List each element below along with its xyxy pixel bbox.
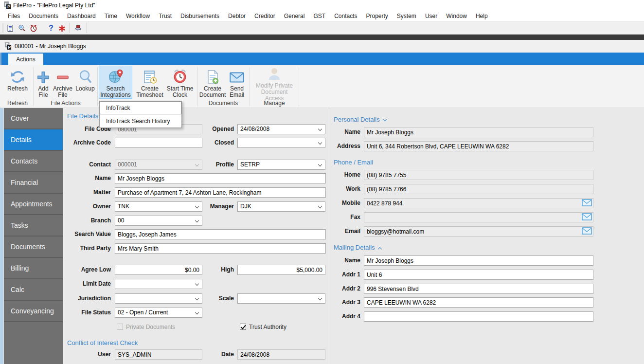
ribbon-group-file-actions: File Actions [35,100,97,107]
file-window-titlebar: FP 080001 - Mr Joseph Bloggs [0,40,644,53]
svg-text:P: P [8,45,11,50]
menu-general[interactable]: General [280,12,309,20]
sms-envelope-icon[interactable] [582,199,592,207]
toolbar-separator [87,23,87,33]
third-party-field[interactable] [115,243,326,254]
menu-workflow[interactable]: Workflow [122,12,154,20]
menu-item-infotrack[interactable]: InfoTrack [100,101,181,114]
lookup-button[interactable]: Lookup [73,66,97,98]
window-edge-strip [0,108,3,364]
file-search-icon[interactable] [18,24,26,33]
filepro-file-icon: FP [4,42,12,50]
mailing-addr2-field[interactable] [364,284,593,294]
menu-trust[interactable]: Trust [154,12,176,20]
mailing-name-field[interactable] [364,255,593,266]
menu-window[interactable]: Window [442,12,471,20]
contact-label: Contact [43,160,111,170]
branch-combo[interactable]: 00 [115,216,202,226]
lookup-icon [77,66,93,85]
menu-dashboard[interactable]: Dashboard [63,12,100,20]
private-documents-checkbox [117,324,123,330]
menu-time[interactable]: Time [100,12,122,20]
personal-address-field [364,141,593,151]
create-timesheet-button[interactable]: Create Timesheet [135,66,165,98]
add-file-button[interactable]: Add File [35,66,52,98]
menu-disbursements[interactable]: Disbursements [176,12,224,20]
create-timesheet-icon [142,66,158,85]
toolbar-separator [70,23,70,33]
chevron-down-icon [318,163,322,166]
refresh-button[interactable]: Refresh [4,66,31,98]
chevron-up-icon [377,247,381,251]
mailing-addr1-field[interactable] [364,270,593,280]
archive-file-button[interactable]: Archive File [52,66,73,98]
help-icon[interactable]: ? [47,24,55,33]
start-time-clock-button[interactable]: Start Time Clock [166,66,194,98]
search-integrations-button[interactable]: Search Integrations [99,66,132,98]
mailing-addr3-field[interactable] [364,297,593,308]
menu-system[interactable]: System [393,12,421,20]
trust-authority-checkbox[interactable] [240,324,246,330]
menu-property[interactable]: Property [362,12,393,20]
menu-debtor[interactable]: Debtor [224,12,250,20]
svg-text:P: P [7,4,10,9]
phone-mobile-label: Mobile [304,198,360,208]
file-window-title: 080001 - Mr Joseph Bloggs [15,43,86,50]
mdi-background-band [0,35,644,40]
phone-home-field [364,170,593,180]
notes-icon[interactable] [6,24,15,33]
email-envelope-icon[interactable] [582,227,592,235]
send-email-button[interactable]: Send Email [227,66,247,98]
scale-label: Scale [166,293,234,304]
file-status-combo[interactable]: 02 - Open / Current [115,308,202,318]
toolbar: ? [0,21,644,35]
section-conflict-of-interest: Conflict of Interest Check [67,339,138,346]
ribbon-separator [250,67,250,106]
jurisdiction-label: Jurisdiction [43,293,111,304]
add-file-icon [36,66,51,85]
phone-mobile-field [364,198,593,208]
profile-combo[interactable]: SETRP [237,160,325,170]
alarm-clock-icon[interactable] [29,24,38,33]
personal-address-label: Address [304,141,360,151]
menu-help[interactable]: Help [471,12,492,20]
search-value-field[interactable] [115,229,326,239]
menu-item-infotrack-search-history[interactable]: InfoTrack Search History [100,114,181,127]
start-time-clock-icon [172,66,188,85]
person-icon [267,66,282,82]
menu-files[interactable]: Files [3,12,24,20]
app-title: FilePro - "FilePro Legal Pty Ltd" [13,2,95,9]
create-document-button[interactable]: Create Document [199,66,226,98]
ribbon-separator [197,67,198,106]
name-label: Name [43,173,111,183]
print-send-icon[interactable] [73,24,82,33]
menu-gst[interactable]: GST [309,12,330,20]
archive-file-icon [55,66,70,85]
third-party-label: Third Party [43,243,111,254]
limit-date-combo[interactable] [115,279,202,289]
ribbon-separator [33,67,34,106]
mailing-addr3-label: Addr 3 [304,297,360,308]
closed-label: Closed [166,138,234,148]
ribbon-group-refresh: Refresh [4,100,31,107]
branch-label: Branch [43,216,111,226]
cancel-icon[interactable] [57,24,66,33]
search-integrations-menu: InfoTrack InfoTrack Search History [99,101,182,128]
mailing-addr4-field[interactable] [364,311,593,322]
personal-name-field [364,127,593,137]
section-mailing-details[interactable]: Mailing Details [334,244,381,251]
menu-creditor[interactable]: Creditor [250,12,280,20]
ribbon-separator [299,67,299,106]
matter-field[interactable] [115,187,326,198]
section-personal-details[interactable]: Personal Details [334,116,386,123]
tab-actions[interactable]: Actions [8,54,43,65]
name-field[interactable] [115,173,326,183]
menu-documents[interactable]: Documents [24,12,63,20]
menu-contacts[interactable]: Contacts [330,12,361,20]
fax-envelope-icon[interactable] [582,213,592,221]
menu-user[interactable]: User [421,12,442,20]
ribbon-group-documents: Documents [199,100,247,107]
phone-home-label: Home [304,170,360,180]
modify-private-document-access-button[interactable]: Modify Private Document Access [252,66,297,98]
phone-fax-label: Fax [304,212,360,222]
